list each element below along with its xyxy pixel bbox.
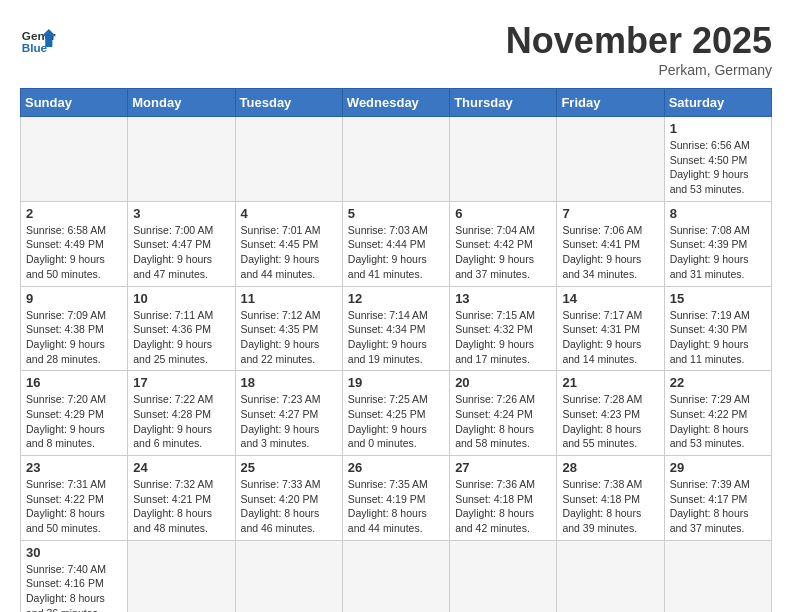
day-number: 27 — [455, 460, 551, 475]
calendar-cell: 20Sunrise: 7:26 AM Sunset: 4:24 PM Dayli… — [450, 371, 557, 456]
calendar-cell: 9Sunrise: 7:09 AM Sunset: 4:38 PM Daylig… — [21, 286, 128, 371]
calendar-cell: 23Sunrise: 7:31 AM Sunset: 4:22 PM Dayli… — [21, 456, 128, 541]
day-number: 21 — [562, 375, 658, 390]
day-number: 17 — [133, 375, 229, 390]
day-info: Sunrise: 7:39 AM Sunset: 4:17 PM Dayligh… — [670, 477, 766, 536]
day-number: 11 — [241, 291, 337, 306]
calendar-cell: 28Sunrise: 7:38 AM Sunset: 4:18 PM Dayli… — [557, 456, 664, 541]
calendar-cell: 13Sunrise: 7:15 AM Sunset: 4:32 PM Dayli… — [450, 286, 557, 371]
calendar-cell: 11Sunrise: 7:12 AM Sunset: 4:35 PM Dayli… — [235, 286, 342, 371]
day-number: 25 — [241, 460, 337, 475]
calendar-row-0: 1Sunrise: 6:56 AM Sunset: 4:50 PM Daylig… — [21, 117, 772, 202]
calendar-row-4: 23Sunrise: 7:31 AM Sunset: 4:22 PM Dayli… — [21, 456, 772, 541]
day-number: 12 — [348, 291, 444, 306]
weekday-header-row: SundayMondayTuesdayWednesdayThursdayFrid… — [21, 89, 772, 117]
day-number: 5 — [348, 206, 444, 221]
svg-text:Blue: Blue — [22, 41, 48, 54]
day-number: 30 — [26, 545, 122, 560]
day-info: Sunrise: 7:25 AM Sunset: 4:25 PM Dayligh… — [348, 392, 444, 451]
day-info: Sunrise: 7:32 AM Sunset: 4:21 PM Dayligh… — [133, 477, 229, 536]
weekday-header-wednesday: Wednesday — [342, 89, 449, 117]
day-number: 2 — [26, 206, 122, 221]
day-number: 20 — [455, 375, 551, 390]
calendar-cell: 24Sunrise: 7:32 AM Sunset: 4:21 PM Dayli… — [128, 456, 235, 541]
day-info: Sunrise: 7:35 AM Sunset: 4:19 PM Dayligh… — [348, 477, 444, 536]
day-number: 10 — [133, 291, 229, 306]
weekday-header-thursday: Thursday — [450, 89, 557, 117]
month-title: November 2025 — [506, 20, 772, 62]
calendar-cell — [557, 540, 664, 612]
calendar-cell — [21, 117, 128, 202]
day-info: Sunrise: 7:09 AM Sunset: 4:38 PM Dayligh… — [26, 308, 122, 367]
calendar-cell: 10Sunrise: 7:11 AM Sunset: 4:36 PM Dayli… — [128, 286, 235, 371]
calendar-cell — [342, 117, 449, 202]
day-number: 3 — [133, 206, 229, 221]
logo-icon: General Blue — [20, 20, 56, 56]
day-number: 29 — [670, 460, 766, 475]
calendar-cell: 6Sunrise: 7:04 AM Sunset: 4:42 PM Daylig… — [450, 201, 557, 286]
day-info: Sunrise: 7:22 AM Sunset: 4:28 PM Dayligh… — [133, 392, 229, 451]
calendar-cell — [235, 117, 342, 202]
day-number: 6 — [455, 206, 551, 221]
calendar-cell: 22Sunrise: 7:29 AM Sunset: 4:22 PM Dayli… — [664, 371, 771, 456]
day-number: 15 — [670, 291, 766, 306]
day-info: Sunrise: 7:31 AM Sunset: 4:22 PM Dayligh… — [26, 477, 122, 536]
calendar-cell: 29Sunrise: 7:39 AM Sunset: 4:17 PM Dayli… — [664, 456, 771, 541]
day-info: Sunrise: 7:08 AM Sunset: 4:39 PM Dayligh… — [670, 223, 766, 282]
calendar-cell: 4Sunrise: 7:01 AM Sunset: 4:45 PM Daylig… — [235, 201, 342, 286]
weekday-header-friday: Friday — [557, 89, 664, 117]
weekday-header-saturday: Saturday — [664, 89, 771, 117]
day-info: Sunrise: 7:01 AM Sunset: 4:45 PM Dayligh… — [241, 223, 337, 282]
day-info: Sunrise: 7:03 AM Sunset: 4:44 PM Dayligh… — [348, 223, 444, 282]
day-number: 19 — [348, 375, 444, 390]
calendar-cell — [128, 117, 235, 202]
day-number: 22 — [670, 375, 766, 390]
calendar-cell: 16Sunrise: 7:20 AM Sunset: 4:29 PM Dayli… — [21, 371, 128, 456]
calendar-cell: 25Sunrise: 7:33 AM Sunset: 4:20 PM Dayli… — [235, 456, 342, 541]
calendar-cell: 5Sunrise: 7:03 AM Sunset: 4:44 PM Daylig… — [342, 201, 449, 286]
calendar-cell — [128, 540, 235, 612]
logo: General Blue — [20, 20, 56, 56]
calendar-cell — [235, 540, 342, 612]
calendar-cell — [450, 540, 557, 612]
day-number: 8 — [670, 206, 766, 221]
calendar-cell: 3Sunrise: 7:00 AM Sunset: 4:47 PM Daylig… — [128, 201, 235, 286]
calendar-cell: 30Sunrise: 7:40 AM Sunset: 4:16 PM Dayli… — [21, 540, 128, 612]
calendar-row-1: 2Sunrise: 6:58 AM Sunset: 4:49 PM Daylig… — [21, 201, 772, 286]
day-info: Sunrise: 7:38 AM Sunset: 4:18 PM Dayligh… — [562, 477, 658, 536]
day-number: 24 — [133, 460, 229, 475]
day-info: Sunrise: 7:17 AM Sunset: 4:31 PM Dayligh… — [562, 308, 658, 367]
day-number: 18 — [241, 375, 337, 390]
calendar-cell: 8Sunrise: 7:08 AM Sunset: 4:39 PM Daylig… — [664, 201, 771, 286]
day-number: 13 — [455, 291, 551, 306]
calendar-row-2: 9Sunrise: 7:09 AM Sunset: 4:38 PM Daylig… — [21, 286, 772, 371]
calendar-cell — [664, 540, 771, 612]
day-number: 23 — [26, 460, 122, 475]
weekday-header-tuesday: Tuesday — [235, 89, 342, 117]
location-subtitle: Perkam, Germany — [506, 62, 772, 78]
day-info: Sunrise: 7:29 AM Sunset: 4:22 PM Dayligh… — [670, 392, 766, 451]
page-header: General Blue November 2025 Perkam, Germa… — [20, 20, 772, 78]
calendar-table: SundayMondayTuesdayWednesdayThursdayFrid… — [20, 88, 772, 612]
calendar-cell: 14Sunrise: 7:17 AM Sunset: 4:31 PM Dayli… — [557, 286, 664, 371]
day-info: Sunrise: 7:23 AM Sunset: 4:27 PM Dayligh… — [241, 392, 337, 451]
calendar-cell: 27Sunrise: 7:36 AM Sunset: 4:18 PM Dayli… — [450, 456, 557, 541]
calendar-cell: 26Sunrise: 7:35 AM Sunset: 4:19 PM Dayli… — [342, 456, 449, 541]
calendar-cell: 21Sunrise: 7:28 AM Sunset: 4:23 PM Dayli… — [557, 371, 664, 456]
calendar-cell: 1Sunrise: 6:56 AM Sunset: 4:50 PM Daylig… — [664, 117, 771, 202]
day-info: Sunrise: 7:26 AM Sunset: 4:24 PM Dayligh… — [455, 392, 551, 451]
calendar-row-3: 16Sunrise: 7:20 AM Sunset: 4:29 PM Dayli… — [21, 371, 772, 456]
day-number: 4 — [241, 206, 337, 221]
day-info: Sunrise: 7:15 AM Sunset: 4:32 PM Dayligh… — [455, 308, 551, 367]
day-info: Sunrise: 7:20 AM Sunset: 4:29 PM Dayligh… — [26, 392, 122, 451]
weekday-header-sunday: Sunday — [21, 89, 128, 117]
calendar-row-5: 30Sunrise: 7:40 AM Sunset: 4:16 PM Dayli… — [21, 540, 772, 612]
day-info: Sunrise: 7:12 AM Sunset: 4:35 PM Dayligh… — [241, 308, 337, 367]
calendar-cell — [342, 540, 449, 612]
day-info: Sunrise: 6:58 AM Sunset: 4:49 PM Dayligh… — [26, 223, 122, 282]
calendar-cell: 19Sunrise: 7:25 AM Sunset: 4:25 PM Dayli… — [342, 371, 449, 456]
day-number: 9 — [26, 291, 122, 306]
day-number: 28 — [562, 460, 658, 475]
day-info: Sunrise: 7:28 AM Sunset: 4:23 PM Dayligh… — [562, 392, 658, 451]
day-info: Sunrise: 7:00 AM Sunset: 4:47 PM Dayligh… — [133, 223, 229, 282]
